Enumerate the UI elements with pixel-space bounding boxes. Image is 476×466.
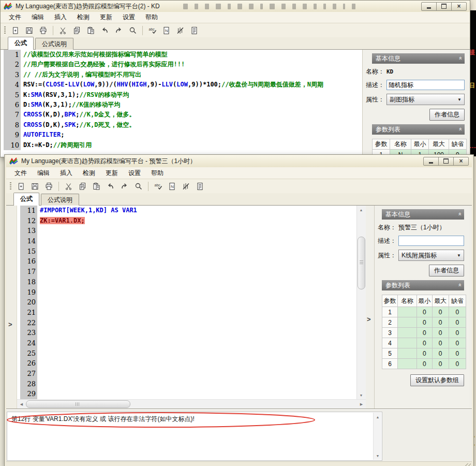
toolbar-button-new-file[interactable] xyxy=(9,24,22,37)
toolbar-button-paste[interactable] xyxy=(84,24,97,37)
attr-select[interactable]: K线附属指标 ▼ xyxy=(398,250,464,261)
menu-item-settings[interactable]: 设置 xyxy=(123,168,146,179)
menu-item-file[interactable]: 文件 xyxy=(9,168,32,179)
scrollbar-thumb[interactable] xyxy=(26,400,130,408)
minimize-button[interactable] xyxy=(423,157,439,166)
toolbar-button-search[interactable] xyxy=(132,180,145,193)
toolbar-button-print[interactable] xyxy=(37,24,50,37)
toolbar-button-undo[interactable] xyxy=(104,180,117,193)
collapse-chevron-icon[interactable]: » xyxy=(456,284,462,286)
toolbar-button-edit-kline[interactable] xyxy=(174,24,187,37)
scroll-up-button[interactable]: ▲ xyxy=(374,413,382,420)
toolbar-button-undo[interactable] xyxy=(98,24,111,37)
collapse-left-arrow[interactable]: > xyxy=(8,321,12,328)
scroll-down-button[interactable]: ▼ xyxy=(357,391,365,399)
param-cell[interactable] xyxy=(398,359,417,369)
author-info-button[interactable]: 作者信息 xyxy=(429,265,464,276)
tab-formula-description[interactable]: 公式说明 xyxy=(35,38,73,50)
h-scrollbar[interactable]: ◀ ▶ xyxy=(17,399,366,409)
code-editor[interactable]: 11#IMPORT[WEEK,1,KD] AS VAR112ZK:=VAR1.D… xyxy=(17,206,356,399)
param-cell[interactable] xyxy=(398,328,417,338)
toolbar-button-copy[interactable] xyxy=(76,180,89,193)
basic-info-header[interactable]: 基本信息 » xyxy=(382,209,464,220)
menu-item-check[interactable]: 检测 xyxy=(78,168,100,179)
param-cell[interactable]: 0 xyxy=(432,348,449,359)
param-cell[interactable]: 0 xyxy=(416,317,432,328)
toolbar-button-redo[interactable] xyxy=(112,24,125,37)
param-cell[interactable]: 0 xyxy=(416,348,432,359)
collapse-chevron-icon[interactable]: » xyxy=(456,57,463,60)
param-cell[interactable]: 0 xyxy=(416,307,432,317)
maximize-button[interactable] xyxy=(436,2,452,11)
tab-formula[interactable]: 公式 xyxy=(8,37,34,50)
param-cell[interactable] xyxy=(398,348,417,359)
toolbar-button-copy[interactable] xyxy=(70,24,83,37)
tab-formula-description[interactable]: 公式说明 xyxy=(41,194,79,206)
param-cell[interactable]: 0 xyxy=(416,359,432,369)
toolbar-button-paste[interactable] xyxy=(90,180,103,193)
toolbar-grip[interactable] xyxy=(10,182,11,191)
minimize-button[interactable] xyxy=(421,2,437,11)
toolbar-button-cut[interactable] xyxy=(62,180,75,193)
code-editor[interactable]: 1//该模型仅仅用来示范如何根据指标编写简单的模型2//用户需要根据自己交易经验… xyxy=(1,50,362,157)
toolbar-button-cut[interactable] xyxy=(56,24,69,37)
toolbar-button-document[interactable] xyxy=(194,180,206,193)
output-scrollbar[interactable]: ▲ ▼ xyxy=(373,413,381,460)
param-cell[interactable]: 0 xyxy=(432,317,449,328)
resize-grip[interactable] xyxy=(465,463,471,466)
toolbar-button-new-note[interactable]: N xyxy=(160,24,173,37)
param-cell[interactable]: 0 xyxy=(432,307,449,317)
param-cell[interactable]: 0 xyxy=(449,328,466,338)
desc-input[interactable] xyxy=(386,80,465,90)
maximize-button[interactable] xyxy=(438,157,454,166)
menu-item-edit[interactable]: 编辑 xyxy=(32,168,55,179)
toolbar-button-new-note[interactable]: N xyxy=(166,180,178,193)
close-button[interactable]: × xyxy=(453,157,469,166)
param-cell[interactable]: 0 xyxy=(449,338,466,348)
toolbar-button-save[interactable] xyxy=(23,24,36,37)
param-cell[interactable]: 0 xyxy=(449,348,466,359)
toolbar-grip[interactable] xyxy=(4,26,6,35)
toolbar-button-save[interactable] xyxy=(28,180,41,193)
menu-item-file[interactable]: 文件 xyxy=(4,12,26,23)
set-default-params-button[interactable]: 设置默认参数组 xyxy=(410,374,464,386)
desc-input[interactable] xyxy=(398,236,464,246)
collapse-chevron-icon[interactable]: » xyxy=(456,213,462,215)
titlebar[interactable]: My Language(麦语言)趋势跟踪模型编写平台 - 预警三（1小时） × xyxy=(6,155,472,167)
attr-select[interactable]: 副图指标 ▼ xyxy=(386,94,465,105)
params-header[interactable]: 参数列表 » xyxy=(382,280,464,290)
collapse-right-arrow[interactable]: > xyxy=(367,315,371,323)
v-scrollbar[interactable]: ▲ ▼ xyxy=(356,206,366,399)
param-cell[interactable]: 0 xyxy=(416,338,432,348)
scroll-up-button[interactable]: ▲ xyxy=(357,206,365,213)
param-cell[interactable]: 0 xyxy=(449,307,466,317)
toolbar-button-new-file[interactable] xyxy=(14,180,27,193)
collapse-chevron-icon[interactable]: » xyxy=(456,128,463,130)
param-cell[interactable] xyxy=(398,317,417,328)
toolbar-button-edit-kline[interactable] xyxy=(180,180,192,193)
toolbar-button-redo[interactable] xyxy=(118,180,131,193)
param-cell[interactable] xyxy=(398,338,417,348)
toolbar-button-spell-check[interactable]: abc xyxy=(152,180,165,193)
params-header[interactable]: 参数列表 » xyxy=(372,124,465,135)
toolbar-button-document[interactable] xyxy=(188,24,201,37)
menu-item-check[interactable]: 检测 xyxy=(72,12,95,23)
basic-info-header[interactable]: 基本信息 » xyxy=(372,53,465,64)
param-cell[interactable]: 0 xyxy=(449,317,466,328)
titlebar[interactable]: My Language(麦语言)趋势跟踪模型编写平台(2) - KD × xyxy=(1,1,470,12)
menu-item-update[interactable]: 更新 xyxy=(95,12,117,23)
param-cell[interactable] xyxy=(398,307,417,317)
author-info-button[interactable]: 作者信息 xyxy=(429,109,465,121)
menu-item-settings[interactable]: 设置 xyxy=(117,12,140,23)
scroll-down-button[interactable]: ▼ xyxy=(374,452,382,459)
toolbar-button-search[interactable] xyxy=(126,24,139,37)
close-button[interactable]: × xyxy=(451,2,467,11)
param-cell[interactable]: 0 xyxy=(416,328,432,338)
toolbar-button-spell-check[interactable]: abc xyxy=(146,24,159,37)
param-cell[interactable]: 0 xyxy=(432,338,449,348)
toolbar-button-print[interactable] xyxy=(42,180,55,193)
menu-item-help[interactable]: 帮助 xyxy=(146,168,169,179)
menu-item-insert[interactable]: 插入 xyxy=(55,168,78,179)
param-cell[interactable]: 0 xyxy=(432,328,449,338)
scroll-right-button[interactable]: ▶ xyxy=(358,400,365,408)
